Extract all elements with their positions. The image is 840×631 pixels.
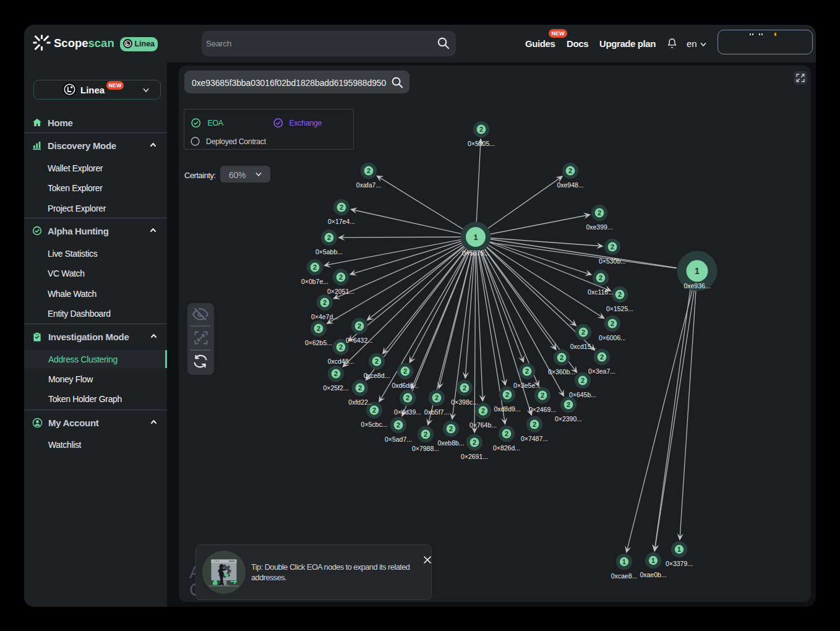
svg-text:0×5cbc...: 0×5cbc... xyxy=(361,421,388,428)
svg-text:0×5ad7...: 0×5ad7... xyxy=(385,436,412,443)
svg-text:2: 2 xyxy=(435,394,439,401)
svg-text:0xd6dd...: 0xd6dd... xyxy=(392,382,418,389)
svg-text:0×360b...: 0×360b... xyxy=(548,368,575,376)
svg-text:0xb5f7...: 0xb5f7... xyxy=(424,408,449,416)
svg-text:2: 2 xyxy=(618,291,622,298)
svg-text:0×7988...: 0×7988... xyxy=(412,445,439,452)
svg-text:0×3379...: 0×3379... xyxy=(666,560,693,567)
svg-text:0xfd22..: 0xfd22.. xyxy=(348,398,371,406)
svg-text:2: 2 xyxy=(340,204,343,211)
svg-text:0×25f2...: 0×25f2... xyxy=(323,384,348,392)
svg-text:2: 2 xyxy=(317,325,320,332)
svg-text:2: 2 xyxy=(372,406,376,414)
svg-text:2: 2 xyxy=(599,274,602,281)
svg-text:2: 2 xyxy=(339,343,343,351)
svg-text:0×6006...: 0×6006... xyxy=(599,334,626,341)
svg-text:0xce8d...: 0xce8d... xyxy=(364,372,390,379)
svg-text:0×2390...: 0×2390... xyxy=(555,415,582,423)
svg-text:0×0b7e...: 0×0b7e... xyxy=(301,278,328,285)
svg-text:0xcae8...: 0xcae8... xyxy=(611,572,638,580)
svg-text:0×530b...: 0×530b... xyxy=(599,257,626,265)
svg-text:2: 2 xyxy=(611,243,614,251)
svg-text:2: 2 xyxy=(367,167,371,174)
svg-text:2: 2 xyxy=(505,391,509,398)
svg-text:2: 2 xyxy=(505,430,508,437)
svg-text:2: 2 xyxy=(525,367,529,375)
svg-text:2: 2 xyxy=(323,299,327,306)
svg-text:2: 2 xyxy=(568,167,572,174)
svg-text:0xeb8b...: 0xeb8b... xyxy=(437,439,464,447)
svg-text:2: 2 xyxy=(358,322,361,330)
svg-text:0xcd48...: 0xcd48... xyxy=(328,358,354,365)
svg-text:2: 2 xyxy=(396,421,400,429)
svg-text:2: 2 xyxy=(339,273,343,281)
svg-text:2: 2 xyxy=(463,384,466,392)
svg-text:0xc116...: 0xc116... xyxy=(588,288,614,296)
svg-text:2: 2 xyxy=(334,370,338,377)
svg-text:0×5abb...: 0×5abb... xyxy=(315,248,343,255)
svg-text:0×3ea7...: 0×3ea7... xyxy=(588,367,615,375)
svg-text:0×2051...: 0×2051... xyxy=(327,288,354,295)
svg-text:1: 1 xyxy=(622,558,626,565)
svg-text:0×645b...: 0×645b... xyxy=(569,391,596,398)
svg-text:0×4e7d...: 0×4e7d... xyxy=(311,313,338,320)
svg-text:2: 2 xyxy=(473,439,476,446)
svg-text:0xe948...: 0xe948... xyxy=(557,181,583,189)
svg-text:0xcd15...: 0xcd15... xyxy=(570,343,597,350)
svg-text:2: 2 xyxy=(598,209,601,217)
svg-text:2: 2 xyxy=(358,384,362,392)
svg-text:0xe936...: 0xe936... xyxy=(684,282,710,290)
svg-text:0×7487...: 0×7487... xyxy=(521,435,548,442)
svg-text:2: 2 xyxy=(567,401,570,408)
svg-text:0×1525...: 0×1525... xyxy=(606,305,633,312)
svg-text:2: 2 xyxy=(479,126,483,133)
svg-text:0×6432...: 0×6432... xyxy=(346,337,373,344)
svg-text:2: 2 xyxy=(600,353,604,361)
svg-text:1: 1 xyxy=(651,557,655,564)
svg-text:0×826d...: 0×826d... xyxy=(493,444,520,452)
svg-text:1: 1 xyxy=(677,546,681,553)
svg-text:0×4d39...: 0×4d39... xyxy=(394,408,421,416)
svg-text:0×2469...: 0×2469... xyxy=(529,406,556,413)
svg-text:0×764b...: 0×764b... xyxy=(469,421,497,429)
svg-text:2: 2 xyxy=(560,354,564,361)
svg-text:2: 2 xyxy=(581,328,585,336)
svg-text:0xe399...: 0xe399... xyxy=(586,223,612,231)
svg-text:2: 2 xyxy=(581,377,585,384)
svg-text:1: 1 xyxy=(695,266,700,276)
svg-text:0×3e5e...: 0×3e5e... xyxy=(513,382,541,389)
svg-text:0×5075...: 0×5075... xyxy=(462,249,489,257)
svg-text:0×17e4...: 0×17e4... xyxy=(328,218,355,225)
svg-text:2: 2 xyxy=(313,264,317,271)
svg-text:2: 2 xyxy=(449,425,453,432)
svg-text:2: 2 xyxy=(424,431,427,438)
svg-text:2: 2 xyxy=(481,407,485,414)
svg-text:0×398c...: 0×398c... xyxy=(451,398,478,406)
svg-text:1: 1 xyxy=(473,233,478,242)
svg-text:0×2691...: 0×2691... xyxy=(461,453,488,460)
svg-text:2: 2 xyxy=(327,234,331,241)
svg-text:0xafa7...: 0xafa7... xyxy=(356,181,381,189)
svg-text:0xd8d9...: 0xd8d9... xyxy=(494,405,520,413)
svg-text:2: 2 xyxy=(533,421,536,428)
svg-text:0xae0b...: 0xae0b... xyxy=(640,571,666,578)
svg-text:2: 2 xyxy=(375,358,379,365)
svg-text:2: 2 xyxy=(541,392,544,399)
svg-text:0×62b5...: 0×62b5... xyxy=(305,339,332,346)
svg-text:2: 2 xyxy=(403,367,407,375)
svg-text:2: 2 xyxy=(406,394,409,401)
svg-text:2: 2 xyxy=(611,320,614,327)
svg-text:0×5a05...: 0×5a05... xyxy=(468,140,495,147)
